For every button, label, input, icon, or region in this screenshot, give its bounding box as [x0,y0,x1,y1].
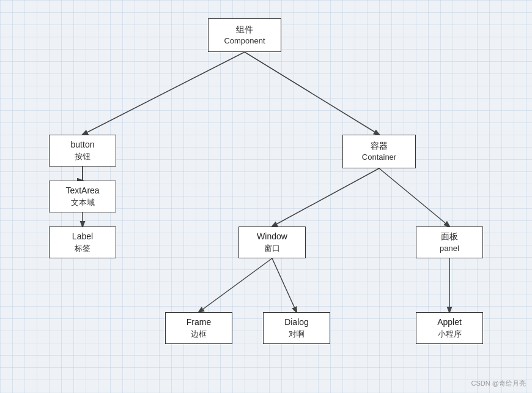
node-window-label2: 窗口 [264,243,280,254]
svg-line-8 [379,168,449,226]
node-button-label2: 按钮 [75,151,91,162]
node-component-label1: 组件 [236,24,253,36]
node-dialog: Dialog 对啊 [263,312,330,344]
svg-line-10 [272,258,297,312]
node-label-label2: 标签 [75,243,91,254]
node-component: 组件 Component [208,18,281,52]
node-window: Window 窗口 [238,226,306,258]
node-button-label1: button [71,139,95,151]
node-applet-label2: 小程序 [438,329,462,340]
svg-line-9 [199,258,272,312]
node-panel-label1: 面板 [441,231,458,243]
node-label: Label 标签 [49,226,116,258]
node-frame-label1: Frame [187,316,211,329]
node-panel: 面板 panel [416,226,483,258]
node-frame: Frame 边框 [165,312,232,344]
node-component-label2: Component [224,36,265,47]
node-frame-label2: 边框 [191,329,207,340]
svg-line-0 [83,52,245,135]
node-label-label1: Label [72,231,93,243]
node-applet: Applet 小程序 [416,312,483,344]
node-container: 容器 Container [342,135,416,168]
node-dialog-label1: Dialog [284,316,309,329]
diagram-canvas: 组件 Component button 按钮 TextArea 文本域 Labe… [0,0,532,393]
node-textarea-label1: TextArea [65,185,99,197]
node-textarea-label2: 文本域 [71,197,95,208]
node-dialog-label2: 对啊 [289,329,305,340]
node-button: button 按钮 [49,135,116,167]
node-window-label1: Window [257,231,287,243]
node-container-label2: Container [362,152,396,163]
watermark: CSDN @奇给月亮 [471,379,526,388]
node-container-label1: 容器 [371,140,388,152]
node-panel-label2: panel [440,243,459,254]
svg-line-1 [245,52,379,135]
node-textarea: TextArea 文本域 [49,181,116,212]
node-applet-label1: Applet [437,316,462,329]
svg-line-7 [272,168,379,226]
